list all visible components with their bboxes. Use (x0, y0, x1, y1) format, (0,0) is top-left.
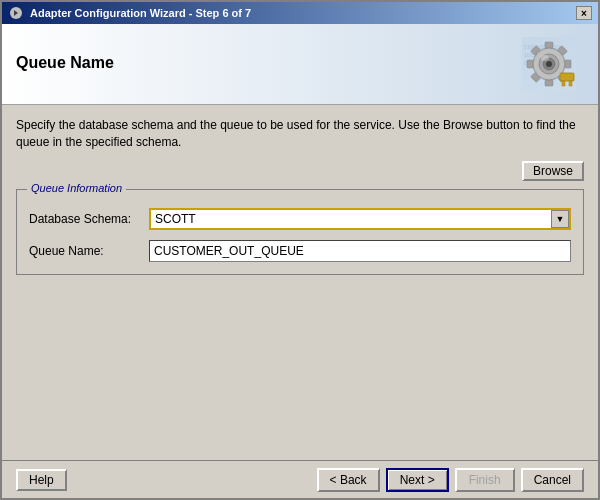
wizard-window: Adapter Configuration Wizard - Step 6 of… (0, 0, 600, 500)
svg-rect-19 (562, 81, 565, 86)
database-schema-select[interactable]: SCOTT (149, 208, 571, 230)
queue-name-input[interactable] (149, 240, 571, 262)
footer-left: Help (16, 469, 67, 491)
database-schema-label: Database Schema: (29, 212, 149, 226)
database-schema-select-wrapper: SCOTT ▼ (149, 208, 571, 230)
gear-icon: 0101010101010 1010101010101 011010011011… (522, 37, 576, 91)
back-button[interactable]: < Back (317, 468, 380, 492)
cancel-button[interactable]: Cancel (521, 468, 584, 492)
help-button[interactable]: Help (16, 469, 67, 491)
queue-name-row: Queue Name: (29, 240, 571, 262)
title-bar-icon (8, 5, 24, 21)
title-bar-title: Adapter Configuration Wizard - Step 6 of… (30, 7, 251, 19)
header-text-block: Queue Name (16, 54, 514, 74)
finish-button[interactable]: Finish (455, 468, 515, 492)
queue-group-legend: Queue Information (27, 182, 126, 194)
header-icon-area: 0101010101010 1010101010101 011010011011… (514, 34, 584, 94)
svg-rect-6 (545, 80, 553, 86)
svg-rect-20 (569, 81, 572, 86)
footer-right: < Back Next > Finish Cancel (317, 468, 584, 492)
next-button[interactable]: Next > (386, 468, 449, 492)
svg-point-16 (546, 61, 552, 67)
svg-rect-8 (527, 60, 533, 68)
header-area: Queue Name 0101010101010 1010101010101 0… (2, 24, 598, 105)
browse-row: Browse (16, 161, 584, 181)
footer: Help < Back Next > Finish Cancel (2, 460, 598, 498)
queue-name-label: Queue Name: (29, 244, 149, 258)
content-area: Specify the database schema and the queu… (2, 105, 598, 460)
page-title: Queue Name (16, 54, 514, 72)
svg-rect-5 (545, 42, 553, 48)
database-schema-row: Database Schema: SCOTT ▼ (29, 208, 571, 230)
title-bar: Adapter Configuration Wizard - Step 6 of… (2, 2, 598, 24)
svg-rect-7 (565, 60, 571, 68)
svg-rect-18 (560, 73, 574, 81)
close-button[interactable]: × (576, 6, 592, 20)
queue-group: Queue Information Database Schema: SCOTT… (16, 189, 584, 275)
browse-button[interactable]: Browse (522, 161, 584, 181)
description-text: Specify the database schema and the queu… (16, 117, 584, 151)
title-bar-left: Adapter Configuration Wizard - Step 6 of… (8, 5, 251, 21)
svg-point-17 (541, 55, 549, 61)
